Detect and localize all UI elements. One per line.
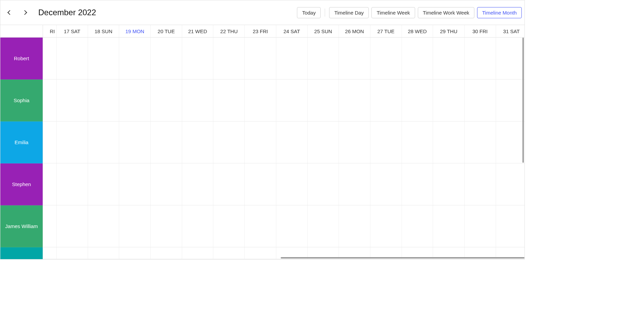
date-header-cell[interactable]: 26 MON <box>339 25 370 37</box>
date-header-cell[interactable]: 30 FRI <box>465 25 496 37</box>
timeline-cell[interactable] <box>182 205 214 247</box>
timeline-cell[interactable] <box>245 80 276 121</box>
timeline-cell[interactable] <box>433 80 465 121</box>
timeline-cell[interactable] <box>182 163 214 205</box>
date-header-cell[interactable]: 21 WED <box>182 25 214 37</box>
view-button-timeline-day[interactable]: Timeline Day <box>329 7 369 18</box>
timeline-cell[interactable] <box>402 205 433 247</box>
timeline-cell[interactable] <box>370 205 402 247</box>
timeline-cell[interactable] <box>339 80 370 121</box>
timeline-cell[interactable] <box>308 205 339 247</box>
timeline-cell[interactable] <box>88 38 120 79</box>
date-header-cell[interactable]: 22 THU <box>213 25 245 37</box>
horizontal-scrollbar[interactable] <box>281 257 524 258</box>
timeline-cell[interactable] <box>339 205 370 247</box>
timeline-cell[interactable] <box>213 121 245 163</box>
timeline-cell[interactable] <box>402 121 433 163</box>
timeline-cell[interactable] <box>43 205 57 247</box>
timeline-cell[interactable] <box>465 80 496 121</box>
timeline-cell[interactable] <box>276 38 308 79</box>
timeline-cell[interactable] <box>276 205 308 247</box>
timeline-cell[interactable] <box>496 38 524 79</box>
timeline-cell[interactable] <box>370 38 402 79</box>
timeline-cell[interactable] <box>182 80 214 121</box>
timeline-cell[interactable] <box>119 121 151 163</box>
timeline-cell[interactable] <box>43 38 57 79</box>
timeline-cell[interactable] <box>119 80 151 121</box>
resource-cell[interactable]: Emilia <box>0 121 43 163</box>
timeline-cell[interactable] <box>339 163 370 205</box>
timeline-cell[interactable] <box>496 163 524 205</box>
timeline-cell[interactable] <box>151 205 182 247</box>
today-button[interactable]: Today <box>297 7 321 18</box>
timeline-cell[interactable] <box>402 80 433 121</box>
timeline-cell[interactable] <box>213 247 245 259</box>
date-header-cell[interactable]: 17 SAT <box>57 25 88 37</box>
timeline-cell[interactable] <box>119 205 151 247</box>
resource-cell[interactable]: James William <box>0 205 43 247</box>
timeline-cell[interactable] <box>339 38 370 79</box>
timeline-cell[interactable] <box>433 121 465 163</box>
timeline-cell[interactable] <box>213 80 245 121</box>
timeline-row[interactable] <box>43 163 524 205</box>
date-header-cell[interactable]: 19 MON <box>119 25 151 37</box>
timeline-row[interactable] <box>43 205 524 247</box>
timeline-cell[interactable] <box>402 38 433 79</box>
timeline-cell[interactable] <box>43 247 57 259</box>
timeline-cell[interactable] <box>119 163 151 205</box>
timeline-cell[interactable] <box>57 163 88 205</box>
timeline-cell[interactable] <box>213 38 245 79</box>
timeline-cell[interactable] <box>88 80 120 121</box>
date-header-cell[interactable]: 28 WED <box>402 25 433 37</box>
timeline-cell[interactable] <box>182 38 214 79</box>
timeline-cell[interactable] <box>119 38 151 79</box>
date-header-cell[interactable]: 29 THU <box>433 25 465 37</box>
timeline-row[interactable] <box>43 38 524 80</box>
timeline-cell[interactable] <box>88 247 120 259</box>
timeline-cell[interactable] <box>308 163 339 205</box>
timeline-cell[interactable] <box>213 163 245 205</box>
timeline-cell[interactable] <box>151 80 182 121</box>
timeline-cell[interactable] <box>182 121 214 163</box>
timeline-row[interactable] <box>43 121 524 163</box>
timeline-cell[interactable] <box>151 38 182 79</box>
timeline-cell[interactable] <box>276 80 308 121</box>
timeline-cell[interactable] <box>43 80 57 121</box>
date-header-cell[interactable]: 20 TUE <box>151 25 182 37</box>
timeline-cell[interactable] <box>465 38 496 79</box>
timeline-cell[interactable] <box>57 247 88 259</box>
timeline-cell[interactable] <box>245 38 276 79</box>
date-range-title[interactable]: December 2022 <box>38 8 96 17</box>
timeline-cell[interactable] <box>433 38 465 79</box>
timeline-cell[interactable] <box>402 163 433 205</box>
timeline-cell[interactable] <box>88 205 120 247</box>
timeline-cell[interactable] <box>245 163 276 205</box>
view-button-timeline-work-week[interactable]: Timeline Work Week <box>418 7 474 18</box>
timeline-cell[interactable] <box>151 163 182 205</box>
timeline-cell[interactable] <box>276 163 308 205</box>
date-header-cell[interactable]: RI <box>43 25 57 37</box>
date-header-cell[interactable]: 18 SUN <box>88 25 120 37</box>
timeline-cell[interactable] <box>182 247 214 259</box>
timeline-cell[interactable] <box>339 121 370 163</box>
timeline-cell[interactable] <box>43 121 57 163</box>
resource-cell[interactable]: Sophia <box>0 80 43 121</box>
timeline-cell[interactable] <box>57 121 88 163</box>
timeline-cell[interactable] <box>213 205 245 247</box>
timeline-cell[interactable] <box>151 247 182 259</box>
timeline-cell[interactable] <box>496 80 524 121</box>
timeline-cell[interactable] <box>119 247 151 259</box>
date-header-cell[interactable]: 27 TUE <box>370 25 402 37</box>
timeline-cell[interactable] <box>57 205 88 247</box>
prev-button[interactable] <box>3 6 17 19</box>
timeline-cell[interactable] <box>308 80 339 121</box>
resource-cell[interactable]: Robert <box>0 38 43 80</box>
timeline-cell[interactable] <box>465 163 496 205</box>
date-header-cell[interactable]: 31 SAT <box>496 25 524 37</box>
view-button-timeline-month[interactable]: Timeline Month <box>477 7 522 18</box>
timeline-cell[interactable] <box>465 121 496 163</box>
date-header-cell[interactable]: 25 SUN <box>308 25 339 37</box>
timeline-cell[interactable] <box>43 163 57 205</box>
vertical-scrollbar[interactable] <box>522 38 524 163</box>
timeline-cell[interactable] <box>88 163 120 205</box>
